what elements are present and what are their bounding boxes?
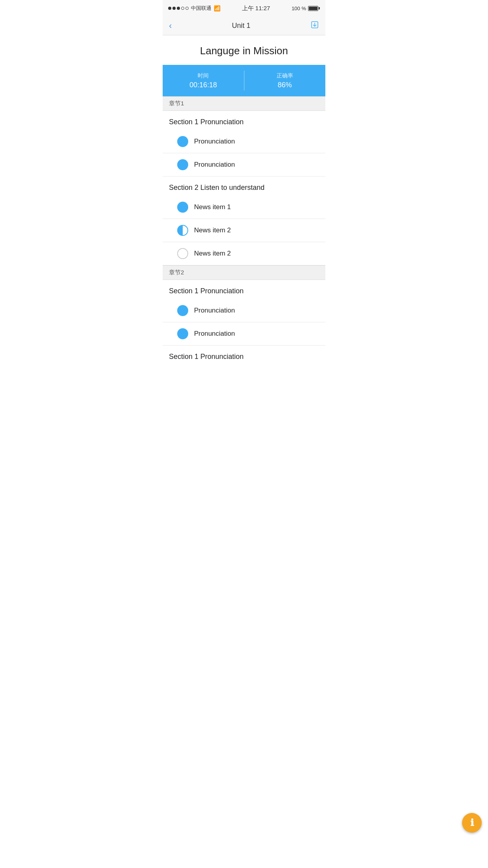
item-label: Pronunciation [194,307,235,314]
signal-dot-1 [168,7,171,10]
download-button[interactable] [310,20,319,31]
signal-dot-2 [172,7,176,10]
item-label: News item 1 [194,203,231,211]
accuracy-stat-label: 正确率 [277,72,293,79]
carrier-label: 中国联通 [191,5,211,12]
chapter-header-1: 章节1 [163,96,325,111]
status-bar: 中国联通 📶 上午 11:27 100 % [163,0,325,17]
stats-bar: 时间 00:16:18 正确率 86% [163,65,325,96]
list-item-ch2-s1-i1[interactable]: Pronunciation [163,299,325,322]
item-icon-ch1-s2-i2 [177,224,189,236]
battery-body [308,6,318,11]
circle-full-icon [177,136,188,147]
time-stat-label: 时间 [198,72,209,79]
item-icon-ch1-s2-i1 [177,201,189,213]
circle-full-icon [177,305,188,316]
item-label: News item 2 [194,250,231,257]
back-button[interactable]: ‹ [169,21,172,31]
section-title-ch1-s2: Section 2 Listen to understand [163,177,325,196]
list-item-ch1-s2-i1[interactable]: News item 1 [163,196,325,219]
signal-dot-3 [177,7,180,10]
status-left: 中国联通 📶 [168,5,220,12]
section-title-ch2-s1: Section 1 Pronunciation [163,280,325,299]
battery-tip [319,7,320,9]
circle-empty-icon [177,248,188,259]
list-item-ch2-s1-i2[interactable]: Pronunciation [163,322,325,346]
list-item-ch1-s2-i3[interactable]: News item 2 [163,242,325,265]
page-title: Languge in Mission [169,45,319,57]
time-stat: 时间 00:16:18 [163,72,244,89]
list-item-ch1-s2-i2[interactable]: News item 2 [163,219,325,242]
item-label: Pronunciation [194,138,235,145]
time-stat-value: 00:16:18 [189,81,217,89]
battery-fill [309,7,317,10]
signal-dot-4 [181,7,184,10]
item-label: Pronunciation [194,161,235,169]
page-title-container: Languge in Mission [163,35,325,65]
wifi-icon: 📶 [214,5,220,11]
battery-icon [308,6,320,11]
battery-percent: 100 % [292,6,306,11]
signal-dot-5 [185,7,189,10]
signal-dots [168,7,189,10]
circle-half-icon [177,225,188,236]
circle-full-icon [177,159,188,170]
status-right: 100 % [292,6,320,11]
section-title-ch2-s2: Section 1 Pronunciation [163,346,325,365]
nav-title: Unit 1 [232,22,250,30]
content-area: 章节1Section 1 PronunciationPronunciationP… [163,96,325,365]
item-icon-ch2-s1-i2 [177,328,189,340]
item-icon-ch1-s2-i3 [177,248,189,259]
list-item-ch1-s1-i1[interactable]: Pronunciation [163,130,325,153]
circle-full-icon [177,328,188,339]
accuracy-stat-value: 86% [278,81,292,89]
item-label: News item 2 [194,226,231,234]
chapter-header-2: 章节2 [163,265,325,280]
item-icon-ch2-s1-i1 [177,305,189,316]
section-title-ch1-s1: Section 1 Pronunciation [163,111,325,130]
item-icon-ch1-s1-i2 [177,159,189,171]
nav-bar: ‹ Unit 1 [163,17,325,35]
circle-full-icon [177,202,188,213]
item-icon-ch1-s1-i1 [177,136,189,147]
time-label: 上午 11:27 [242,5,270,12]
item-label: Pronunciation [194,330,235,338]
list-item-ch1-s1-i2[interactable]: Pronunciation [163,153,325,177]
accuracy-stat: 正确率 86% [244,72,326,89]
